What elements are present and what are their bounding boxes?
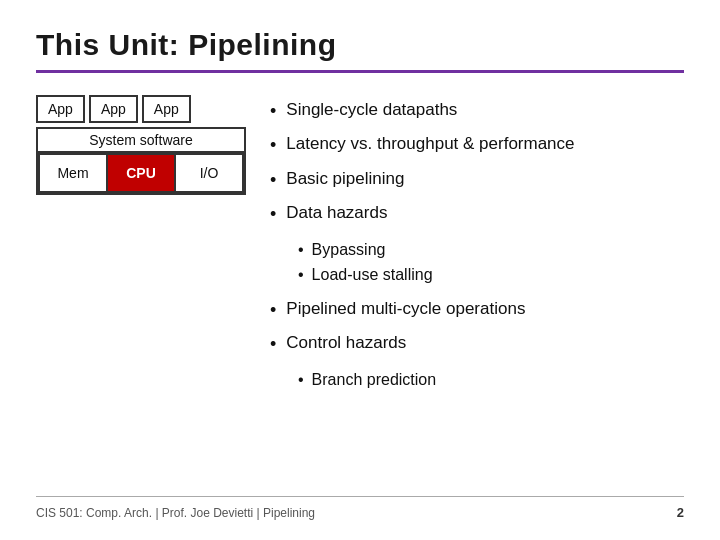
footer: CIS 501: Comp. Arch. | Prof. Joe Deviett… <box>36 496 684 520</box>
app-row: App App App <box>36 95 191 123</box>
main-bullet-list: Single-cycle datapaths Latency vs. throu… <box>270 99 684 236</box>
slide: This Unit: Pipelining App App App System… <box>0 0 720 540</box>
bullets-col: Single-cycle datapaths Latency vs. throu… <box>270 95 684 486</box>
diagram-col: App App App System software Mem CPU I/O <box>36 95 246 486</box>
footer-page-number: 2 <box>677 505 684 520</box>
bullet-3: Basic pipelining <box>270 168 684 192</box>
title-bar: This Unit: Pipelining <box>36 28 684 73</box>
bullet-2: Latency vs. throughput & performance <box>270 133 684 157</box>
data-hazards-sub-list: Bypassing Load-use stalling <box>298 240 684 290</box>
slide-title: This Unit: Pipelining <box>36 28 336 61</box>
app-box-3: App <box>142 95 191 123</box>
extra-bullet-2: Control hazards <box>270 332 684 356</box>
sub-bullet-load-use: Load-use stalling <box>298 265 684 286</box>
sub-bullet-branch: Branch prediction <box>298 370 684 391</box>
control-hazards-sub-list: Branch prediction <box>298 370 684 395</box>
app-box-2: App <box>89 95 138 123</box>
io-box: I/O <box>176 155 242 191</box>
content-area: App App App System software Mem CPU I/O … <box>36 95 684 486</box>
hw-boxes: Mem CPU I/O <box>38 153 244 193</box>
cpu-box: CPU <box>108 155 176 191</box>
extra-bullet-1: Pipelined multi-cycle operations <box>270 298 684 322</box>
extra-bullet-list: Pipelined multi-cycle operations Control… <box>270 298 684 367</box>
sub-bullet-bypassing: Bypassing <box>298 240 684 261</box>
bullet-1: Single-cycle datapaths <box>270 99 684 123</box>
footer-left: CIS 501: Comp. Arch. | Prof. Joe Deviett… <box>36 506 315 520</box>
system-software-label: System software <box>38 129 244 153</box>
mem-box: Mem <box>40 155 108 191</box>
system-block: System software Mem CPU I/O <box>36 127 246 195</box>
bullet-4: Data hazards <box>270 202 684 226</box>
app-box-1: App <box>36 95 85 123</box>
